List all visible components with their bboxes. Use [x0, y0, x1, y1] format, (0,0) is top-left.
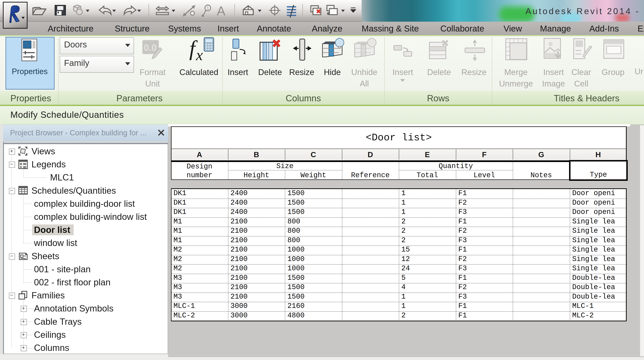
svg-text:x: x: [196, 46, 203, 63]
svg-text:0.0: 0.0: [144, 43, 157, 53]
svg-text:A: A: [217, 4, 225, 18]
svg-text:1: 1: [206, 6, 209, 11]
